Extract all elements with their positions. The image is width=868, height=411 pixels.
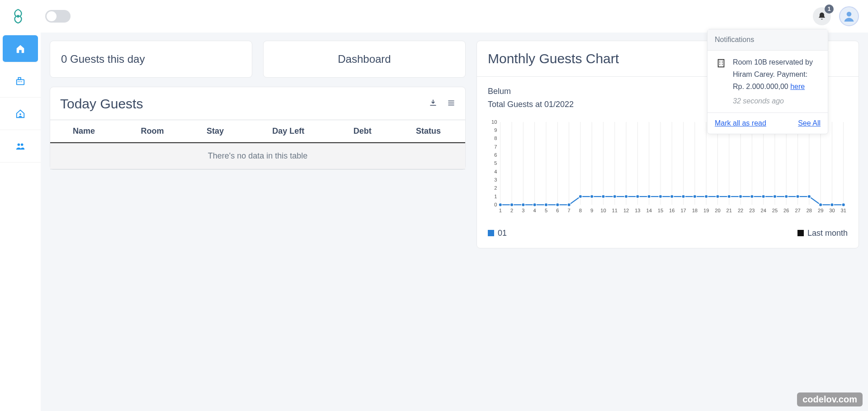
svg-text:7: 7 [567, 208, 570, 213]
today-guests-title: Today Guests [60, 96, 143, 112]
house-user-icon [15, 109, 25, 119]
svg-point-88 [590, 195, 593, 198]
svg-point-110 [842, 203, 845, 206]
svg-text:6: 6 [494, 152, 497, 158]
header-right: 1 [813, 6, 859, 26]
svg-point-1 [847, 12, 852, 16]
svg-text:3: 3 [522, 208, 524, 213]
svg-point-5 [18, 143, 20, 146]
guests-today-card: 0 Guests this day [50, 41, 252, 78]
bell-icon [817, 12, 826, 21]
sidebar-item-transactions[interactable] [0, 65, 41, 98]
chart-title: Monthly Guests Chart [488, 51, 619, 66]
building-icon [715, 57, 727, 70]
col-name: Name [50, 120, 118, 143]
svg-rect-111 [718, 60, 724, 67]
svg-point-85 [556, 203, 559, 206]
svg-text:29: 29 [818, 208, 823, 213]
svg-point-81 [510, 203, 513, 206]
svg-text:31: 31 [841, 208, 846, 213]
svg-point-89 [602, 195, 605, 198]
sidebar [0, 33, 41, 411]
svg-point-94 [659, 195, 662, 198]
app-logo[interactable] [9, 7, 27, 25]
svg-text:1: 1 [499, 208, 502, 213]
svg-text:4: 4 [533, 208, 536, 213]
svg-text:24: 24 [760, 208, 766, 213]
svg-text:10: 10 [491, 119, 497, 124]
svg-text:23: 23 [749, 208, 755, 213]
notification-count-badge: 1 [825, 5, 834, 14]
col-room: Room [118, 120, 187, 143]
today-guests-table: Name Room Stay Day Left Debt Status Ther… [50, 120, 465, 169]
sidebar-item-guests[interactable] [0, 130, 41, 163]
watermark: codelov.com [797, 392, 863, 406]
svg-point-93 [647, 195, 651, 198]
svg-point-95 [670, 195, 674, 198]
svg-text:5: 5 [545, 208, 547, 213]
svg-point-0 [17, 15, 19, 18]
svg-text:3: 3 [494, 177, 497, 182]
svg-text:1: 1 [494, 193, 497, 199]
see-all-link[interactable]: See All [798, 119, 821, 127]
legend-label-last: Last month [807, 229, 848, 238]
notifications-button[interactable]: 1 [813, 7, 831, 25]
sidebar-item-home[interactable] [3, 35, 38, 62]
svg-text:26: 26 [783, 208, 789, 213]
svg-text:8: 8 [494, 135, 497, 141]
chart-legend: 01 Last month [477, 224, 859, 248]
svg-rect-3 [18, 77, 21, 79]
today-guests-header: Today Guests [50, 87, 465, 120]
guests-today-text: 0 Guests this day [61, 53, 145, 65]
mark-all-read-link[interactable]: Mark all as read [715, 119, 766, 127]
legend-swatch-last [797, 230, 804, 236]
user-avatar[interactable] [839, 6, 859, 26]
svg-text:6: 6 [556, 208, 559, 213]
svg-text:4: 4 [494, 168, 497, 174]
svg-point-106 [796, 195, 799, 198]
notifications-footer: Mark all as read See All [708, 112, 828, 134]
table-empty-row: There's no data in this table [50, 143, 465, 169]
logo-icon [10, 8, 26, 24]
left-column: 0 Guests this day Dashboard Today Guests [50, 41, 466, 170]
notification-time: 32 seconds ago [733, 95, 821, 107]
svg-text:19: 19 [703, 208, 709, 213]
today-guests-actions [429, 99, 455, 109]
svg-text:8: 8 [579, 208, 582, 213]
svg-text:0: 0 [494, 202, 497, 207]
sidebar-item-rooms[interactable] [0, 98, 41, 130]
svg-text:17: 17 [680, 208, 686, 213]
svg-text:22: 22 [738, 208, 743, 213]
svg-point-109 [830, 203, 834, 206]
svg-point-82 [522, 203, 525, 206]
menu-button[interactable] [447, 99, 455, 109]
svg-point-98 [704, 195, 708, 198]
legend-last: Last month [797, 229, 848, 238]
svg-text:30: 30 [829, 208, 835, 213]
dark-mode-toggle[interactable] [45, 10, 71, 23]
col-day-left: Day Left [243, 120, 334, 143]
notification-link[interactable]: here [790, 83, 805, 90]
svg-text:18: 18 [692, 208, 698, 213]
download-button[interactable] [429, 99, 437, 109]
notification-text: Room 10B reservated by Hiram Carey. Paym… [733, 56, 821, 107]
svg-text:9: 9 [590, 208, 593, 213]
svg-point-103 [762, 195, 765, 198]
page-title: Dashboard [338, 53, 391, 65]
svg-point-101 [739, 195, 742, 198]
svg-point-91 [624, 195, 627, 198]
svg-point-99 [716, 195, 719, 198]
svg-point-87 [579, 195, 582, 198]
today-guests-card: Today Guests Name Room Stay Da [50, 87, 466, 170]
home-icon [15, 44, 25, 54]
download-icon [429, 99, 437, 107]
svg-point-107 [807, 195, 811, 198]
svg-point-105 [785, 195, 788, 198]
notification-item[interactable]: Room 10B reservated by Hiram Carey. Paym… [708, 51, 828, 112]
svg-text:13: 13 [635, 208, 640, 213]
svg-text:27: 27 [795, 208, 800, 213]
app-header: 1 [0, 0, 868, 33]
bars-icon [447, 99, 455, 107]
user-icon [843, 10, 855, 23]
page-title-card: Dashboard [263, 41, 466, 78]
